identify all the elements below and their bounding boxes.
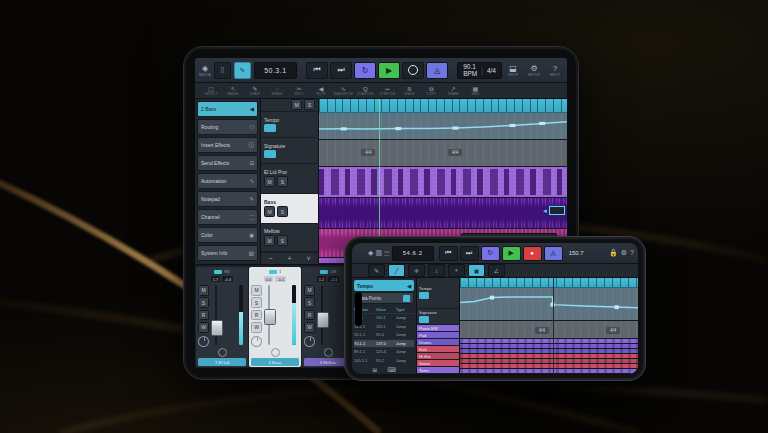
volume-fader[interactable] — [264, 309, 276, 325]
tool-button[interactable]: ✂ SPLIT — [289, 84, 309, 97]
track-mute-button[interactable]: M — [264, 206, 275, 217]
mixer-icon[interactable]: 𝄙 — [384, 249, 390, 257]
forward-button[interactable]: ⏭ — [330, 62, 352, 79]
collapse-tracks-button[interactable]: ˅ — [306, 255, 310, 262]
signature-marker[interactable]: 4/4 — [535, 327, 549, 334]
mixer-channel-strip[interactable]: 1 0.0 -0.1 M S R W — [249, 267, 301, 367]
data-point-row[interactable]: 70.1.1 137.0 Jump — [354, 340, 414, 349]
tool-button[interactable]: ◌ ERASE — [267, 84, 287, 97]
global-mute-button[interactable]: M — [291, 99, 302, 110]
track-row[interactable]: El Lid Pno M S — [261, 164, 318, 194]
tool-button[interactable]: ✎ — [368, 264, 385, 277]
volume-fader[interactable] — [211, 320, 223, 336]
track-row[interactable]: Signature — [261, 138, 318, 164]
inspector-item[interactable]: System Info ▤ — [197, 245, 258, 261]
record-arm-button[interactable] — [218, 348, 227, 357]
timeline-ruler[interactable] — [460, 278, 638, 288]
track-row[interactable]: Mellow M S — [261, 224, 318, 252]
automation-read-button[interactable]: R — [304, 310, 315, 321]
track-row[interactable]: Tempo — [261, 112, 318, 138]
track-row[interactable]: Bass M S — [261, 194, 318, 224]
tool-button[interactable]: ∠ — [488, 264, 505, 277]
arrange-view-toggle[interactable]: ∿ — [234, 62, 251, 79]
help-button[interactable]: ?HELP — [547, 62, 563, 78]
media-button[interactable]: ◈ MEDIA — [199, 62, 211, 78]
channel-name-label[interactable]: 2 Bass — [251, 358, 299, 366]
midi-clip-lane[interactable] — [319, 167, 567, 198]
channel-solo-button[interactable]: S — [304, 297, 315, 308]
data-points-dropdown[interactable]: Data Points — [354, 292, 414, 304]
add-track-button[interactable]: + — [287, 255, 291, 262]
channel-solo-button[interactable]: S — [198, 297, 209, 308]
track-row[interactable]: Kick — [417, 346, 459, 353]
tool-button[interactable]: ⧉ COPY — [421, 84, 441, 97]
signature-lane[interactable]: 4/44/4 — [460, 321, 638, 339]
timeline-ruler[interactable] — [319, 99, 567, 113]
global-solo-button[interactable]: S — [304, 99, 315, 110]
inspector-item[interactable]: 2 Bass ◀ — [197, 101, 258, 117]
track-row[interactable]: Piano SW — [417, 325, 459, 332]
inspector-item[interactable]: Channel 𝄙 — [197, 209, 258, 225]
tempo-display[interactable]: 150.7 — [569, 250, 584, 256]
inspector-item[interactable]: Automation ∿ — [197, 173, 258, 189]
tool-button[interactable]: ↖ RANGE — [223, 84, 243, 97]
track-row[interactable]: Tempo — [417, 278, 459, 309]
track-row[interactable]: Toms — [417, 367, 459, 374]
inspector-item[interactable]: Color ◉ — [197, 227, 258, 243]
signature-lane[interactable]: 4/44/4 — [319, 140, 567, 167]
clip-end-marker[interactable]: ◄ — [542, 206, 565, 215]
keys-icon[interactable]: ▥ — [375, 249, 382, 257]
tool-button[interactable]: ✎ DRAW — [245, 84, 265, 97]
track-row[interactable]: Hi Hat — [417, 353, 459, 360]
track-row[interactable]: Snare — [417, 360, 459, 367]
record-button[interactable] — [402, 62, 424, 79]
tool-button[interactable]: ▢ SELECT — [201, 84, 221, 97]
signature-marker[interactable]: 4/4 — [361, 149, 375, 156]
tool-button[interactable]: ∿ TRANSPOSE — [333, 84, 353, 97]
tool-button[interactable]: ╱ — [388, 264, 405, 277]
tool-button[interactable]: ✛ — [408, 264, 425, 277]
position-display[interactable]: 54.6.2 — [392, 246, 434, 261]
signature-marker[interactable]: 4/4 — [448, 149, 462, 156]
data-point-row[interactable]: 14.2.1 115.1 Jump — [354, 323, 414, 332]
tool-button[interactable]: ↕ — [428, 264, 445, 277]
remove-track-button[interactable]: − — [268, 255, 272, 262]
play-button[interactable]: ▶ — [378, 62, 400, 79]
inspector-item[interactable]: Insert Effects Ⓘ — [197, 137, 258, 153]
track-value-chip[interactable] — [419, 316, 429, 323]
inspector-item[interactable]: Send Effects Ω — [197, 155, 258, 171]
inspector-item[interactable]: Routing ⬡ — [197, 119, 258, 135]
tool-button[interactable]: ⌖ — [448, 264, 465, 277]
playhead[interactable] — [553, 278, 554, 374]
track-stripe[interactable] — [460, 369, 638, 374]
data-point-row[interactable]: 105.1.1 91.2 Jump — [354, 357, 414, 365]
tempo-automation-lane[interactable] — [319, 113, 567, 140]
track-row[interactable]: Drums — [417, 339, 459, 346]
tempo-display[interactable]: 90.1 BPM | 4/4 — [457, 62, 502, 79]
tool-button[interactable]: ↗ SHARE — [443, 84, 463, 97]
pan-knob[interactable] — [198, 336, 209, 347]
data-point-row[interactable]: 1.1.1 110.1 Jump — [354, 314, 414, 323]
pan-knob[interactable] — [304, 336, 315, 347]
mixer-channel-strip[interactable]: RV 1.7 -0.4 M S R W — [196, 267, 248, 367]
tempo-automation-lane[interactable] — [460, 288, 638, 321]
keys-view-toggle[interactable]: ▯ — [214, 62, 231, 79]
gear-icon[interactable]: ⚙ — [621, 249, 627, 257]
data-point-row[interactable]: 89.1.1 125.4 Jump — [354, 348, 414, 357]
add-point-button[interactable]: ⊞ — [372, 366, 377, 373]
tool-button[interactable]: ⇿ STRETCH — [377, 84, 397, 97]
track-mute-button[interactable]: M — [264, 235, 275, 246]
track-value-chip[interactable] — [264, 124, 276, 132]
metronome-button[interactable]: ◬ — [426, 62, 448, 79]
track-value-chip[interactable] — [419, 292, 429, 299]
record-arm-button[interactable] — [271, 348, 280, 357]
record-arm-button[interactable] — [324, 348, 333, 357]
automation-write-button[interactable]: W — [251, 322, 262, 333]
track-row[interactable]: Pad — [417, 332, 459, 339]
cycle-button[interactable]: ↻ — [354, 62, 376, 79]
keypad-button[interactable]: ⌨ — [387, 366, 396, 373]
automation-read-button[interactable]: R — [251, 310, 262, 321]
channel-mute-button[interactable]: M — [198, 285, 209, 296]
tool-button[interactable]: ▣ — [468, 264, 485, 277]
tool-button[interactable]: ◀ MUTE — [311, 84, 331, 97]
